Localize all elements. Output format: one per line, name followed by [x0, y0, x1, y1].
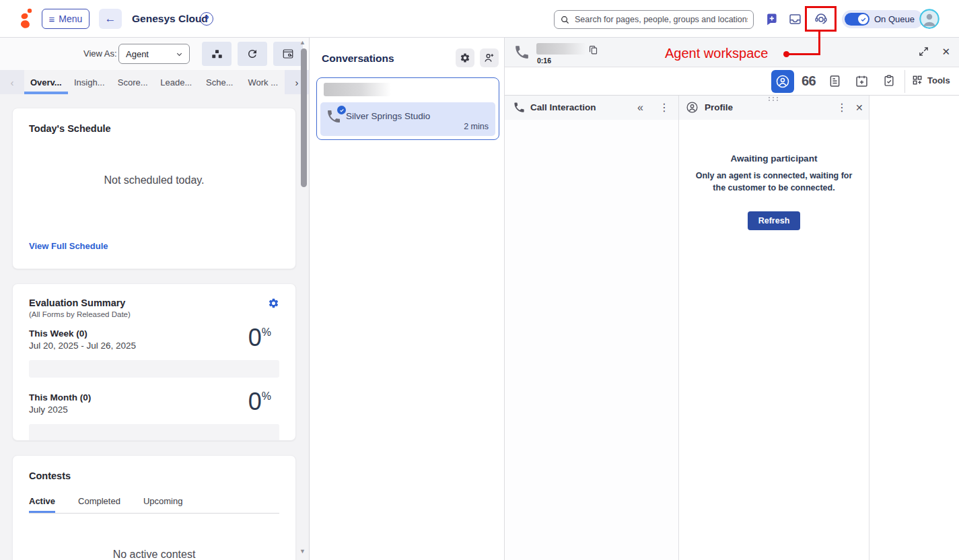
tab-label: Sche...	[206, 77, 233, 88]
workspace-panels: Call Interaction « ⋮ Profile ⋮ ✕ Awaitin…	[505, 96, 959, 560]
workspace-toolbar: 66 Tools	[505, 67, 959, 96]
conversation-card[interactable]: Silver Springs Studio 2 mins	[316, 77, 499, 140]
tab-label: Work ...	[248, 77, 278, 88]
menu-label: Menu	[59, 13, 82, 24]
conversations-settings-button[interactable]	[456, 48, 474, 67]
toggle-switch-on	[845, 13, 869, 26]
call-interaction-title: Call Interaction	[530, 102, 596, 112]
tab-label: Upcoming	[143, 496, 183, 506]
close-panel-icon[interactable]: ✕	[855, 101, 863, 114]
tab-insights[interactable]: Insigh...	[68, 70, 112, 94]
contests-tab-completed[interactable]: Completed	[78, 496, 120, 513]
call-connected-icon	[326, 108, 345, 127]
clipboard-check-icon	[882, 74, 896, 88]
tools-button[interactable]: Tools	[912, 75, 950, 85]
on-queue-toggle[interactable]: On Queue	[842, 10, 923, 28]
contests-tab-upcoming[interactable]: Upcoming	[143, 496, 183, 513]
check-badge-icon	[337, 106, 346, 114]
responses-tool-button[interactable]: 66	[802, 73, 816, 89]
wrapup-tool-button[interactable]	[882, 74, 896, 90]
search-icon	[560, 15, 570, 25]
drag-handle[interactable]	[767, 96, 781, 101]
annotation-line-horizontal	[789, 53, 820, 55]
value-unit: %	[262, 326, 271, 339]
refresh-button[interactable]: Refresh	[748, 211, 801, 230]
close-interaction-button[interactable]: ✕	[942, 46, 950, 58]
contests-tab-active[interactable]: Active	[29, 496, 55, 513]
profile-body: Awaiting participant Only an agent is co…	[679, 153, 869, 230]
collapse-panel-icon[interactable]: «	[637, 101, 643, 114]
evaluation-row-value: 0 %	[248, 326, 271, 350]
back-button[interactable]: ←	[99, 9, 122, 29]
redacted-caller-name	[324, 83, 391, 96]
performance-content: Today's Schedule Not scheduled today. Vi…	[0, 94, 300, 560]
tab-label: Active	[29, 496, 55, 506]
redacted-caller-name	[536, 43, 586, 55]
call-interaction-header: Call Interaction « ⋮	[505, 96, 678, 120]
toolbar-divider	[904, 70, 905, 93]
tab-label: Leade...	[160, 77, 192, 88]
awaiting-participant-heading: Awaiting participant	[679, 153, 869, 164]
refresh-view-button[interactable]	[238, 42, 267, 66]
tab-leaderboard[interactable]: Leade...	[155, 70, 199, 94]
tabs-scroll-left[interactable]: ‹	[0, 70, 24, 94]
evaluation-row-month: This Month (0) July 2025 0 %	[29, 392, 279, 441]
search-box	[554, 10, 754, 29]
back-arrow-icon: ←	[105, 12, 116, 25]
conversation-duration: 2 mins	[464, 122, 489, 131]
search-input[interactable]	[575, 15, 748, 24]
open-window-button[interactable]	[273, 42, 303, 66]
menu-button[interactable]: ≡ Menu	[42, 9, 90, 29]
inbox-button[interactable]	[788, 0, 802, 38]
todays-schedule-card: Today's Schedule Not scheduled today. Vi…	[12, 108, 296, 269]
kebab-menu-icon[interactable]: ⋮	[837, 101, 847, 114]
tab-label: Overv...	[30, 77, 62, 88]
contests-empty-message: No active contest	[29, 549, 279, 560]
view-as-select[interactable]: Agent	[118, 44, 190, 64]
value-number: 0	[248, 326, 262, 350]
page-title: Genesys Cloud	[132, 13, 208, 25]
evaluation-card-title: Evaluation Summary	[29, 298, 125, 308]
person-circle-icon	[686, 101, 699, 116]
profile-tool-button[interactable]	[771, 70, 794, 93]
call-interaction-panel: Call Interaction « ⋮	[505, 96, 679, 560]
scroll-up-arrow[interactable]: ▲	[299, 39, 306, 46]
org-view-button[interactable]	[202, 42, 232, 66]
awaiting-participant-message: Only an agent is connected, waiting for …	[694, 170, 854, 194]
add-interaction-button[interactable]	[765, 0, 778, 38]
conversations-panel: Conversations Silver Springs Studio 2 mi…	[310, 38, 505, 560]
annotation-highlight-box	[805, 6, 837, 32]
close-icon: ✕	[942, 46, 950, 57]
expand-button[interactable]	[918, 46, 929, 59]
scrollbar-thumb[interactable]	[301, 48, 307, 187]
tab-overview[interactable]: Overv...	[24, 70, 68, 94]
tab-schedule[interactable]: Sche...	[198, 70, 242, 94]
tools-label: Tools	[927, 75, 950, 85]
schedule-callback-tool-button[interactable]	[855, 74, 869, 90]
tab-workitems[interactable]: Work ...	[242, 70, 285, 94]
notes-tool-button[interactable]	[828, 74, 842, 90]
calendar-plus-icon	[855, 74, 869, 88]
view-full-schedule-link[interactable]: View Full Schedule	[29, 241, 108, 251]
conversation-call-row: Silver Springs Studio 2 mins	[320, 102, 495, 136]
tab-label: Insigh...	[74, 77, 105, 88]
chevron-left-icon: ‹	[11, 77, 14, 88]
avatar[interactable]	[919, 9, 939, 29]
chevron-down-icon	[175, 50, 184, 59]
toggle-check-icon	[858, 14, 868, 24]
value-unit: %	[262, 390, 271, 403]
schedule-card-title: Today's Schedule	[29, 123, 279, 134]
phone-icon	[513, 44, 530, 63]
tab-scorecards[interactable]: Score...	[111, 70, 155, 94]
avatar-person-icon	[919, 9, 939, 29]
evaluation-summary-card: Evaluation Summary (All Forms by Release…	[12, 283, 296, 441]
refresh-icon	[246, 48, 258, 60]
evaluation-settings-gear-icon[interactable]	[268, 298, 279, 309]
evaluation-row-label: This Week (0)	[29, 328, 279, 339]
scroll-down-arrow[interactable]: ▼	[299, 548, 306, 555]
add-participant-button[interactable]	[480, 48, 499, 67]
help-icon[interactable]: ?	[200, 12, 213, 26]
kebab-menu-icon[interactable]: ⋮	[659, 101, 670, 114]
copy-button[interactable]	[588, 45, 598, 57]
evaluation-row-label: This Month (0)	[29, 392, 279, 403]
